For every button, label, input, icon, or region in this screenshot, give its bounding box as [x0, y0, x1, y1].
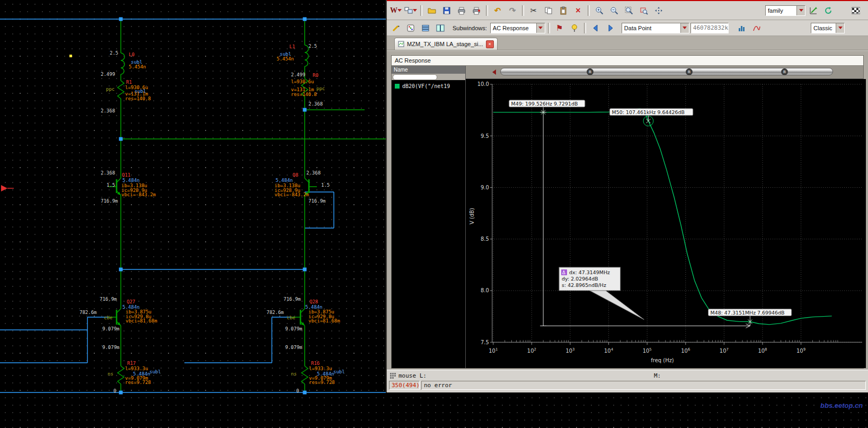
board-button[interactable] — [849, 4, 863, 18]
workspace-menu-button[interactable]: W — [389, 4, 403, 18]
schematic-annotation: Q28 — [309, 300, 318, 304]
collapse-panel-arrow[interactable] — [492, 69, 496, 75]
strip-marker[interactable]: m — [781, 68, 788, 75]
arrow-right-icon — [606, 24, 615, 32]
schematic-annotation: res=140.8 — [125, 97, 151, 101]
schematic-annotation: 9.079m — [285, 345, 303, 350]
svg-text:M50: 107.461kHz 9.64426dB: M50: 107.461kHz 9.64426dB — [612, 109, 685, 115]
cut-button[interactable]: ✂ — [527, 4, 541, 18]
undo-button[interactable]: ↶ — [491, 4, 504, 18]
family-select[interactable]: family — [765, 5, 805, 16]
paste-icon — [559, 6, 568, 15]
flag-button[interactable]: ⚑ — [553, 21, 566, 35]
svg-text:9.0: 9.0 — [481, 185, 489, 190]
schematic-annotation: 1.5 — [321, 183, 330, 188]
strip-layout-button[interactable] — [419, 21, 432, 35]
copy-button[interactable] — [542, 4, 555, 18]
schematic-annotation: 1.5 — [107, 183, 115, 188]
combo-arrow-button[interactable] — [680, 23, 689, 33]
delta-readout[interactable]: Δdx: 47.3149MHzdy: 2.02964dBs: 42.8965nd… — [559, 267, 620, 291]
tab-close-button[interactable]: × — [486, 40, 494, 48]
fit-xy-button[interactable] — [807, 4, 820, 18]
delete-button[interactable]: × — [571, 4, 585, 18]
combo-arrow-button[interactable] — [836, 23, 844, 33]
toolbar-separator — [420, 5, 422, 16]
schematic-annotation: R17 — [127, 361, 136, 366]
schematic-annotation: res=9.728 — [309, 380, 335, 385]
probe-button[interactable] — [389, 21, 403, 35]
zoom-box-button[interactable] — [637, 4, 651, 18]
delete-x-icon: × — [575, 6, 580, 14]
print-setup-button[interactable] — [470, 4, 483, 18]
marker-label[interactable]: M50: 107.461kHz 9.64426dB — [610, 109, 693, 116]
schematic-annotation: 716.9m — [100, 297, 117, 302]
redo-icon: ↷ — [509, 6, 516, 14]
marker-label[interactable]: M49: 199.526Hz 9.7291dB — [509, 100, 585, 107]
svg-text:dx: 47.3149MHz: dx: 47.3149MHz — [569, 269, 610, 275]
schematic-annotation: 2.499 — [291, 73, 305, 77]
save-button[interactable] — [440, 4, 454, 18]
delta-callout-pointer — [590, 291, 644, 320]
marker-label[interactable]: M48: 47.3151MHz 7.69946dB — [708, 309, 792, 316]
split-view-button[interactable] — [433, 21, 447, 35]
zoom-fit-button[interactable] — [622, 4, 636, 18]
zoom-out-icon — [610, 6, 618, 15]
svg-text:M48: 47.3151MHz 7.69946dB: M48: 47.3151MHz 7.69946dB — [711, 310, 785, 316]
zoom-in-button[interactable] — [592, 4, 606, 18]
printer-icon — [457, 6, 466, 15]
combo-arrow-button[interactable] — [796, 6, 805, 15]
pan-button[interactable] — [652, 4, 666, 18]
schematic-annotation: 782.6m — [267, 310, 284, 315]
open-button[interactable] — [425, 4, 439, 18]
histogram-button[interactable] — [735, 21, 749, 35]
application-root: 2.5L0subl5.454n2.499R1l=930.6usublv=131.… — [0, 0, 868, 428]
svg-text:107: 107 — [720, 347, 729, 354]
navigation-mode-select[interactable]: Data Point — [622, 23, 689, 33]
scrollbar-thumb[interactable] — [393, 74, 437, 80]
style-select[interactable]: Classic — [811, 23, 845, 33]
flag-icon: ⚑ — [556, 24, 563, 32]
strip-marker[interactable]: m — [686, 68, 693, 75]
print-button[interactable] — [455, 4, 468, 18]
next-point-button[interactable] — [604, 21, 617, 35]
strip-marker[interactable]: m — [587, 68, 594, 75]
main-toolbar: W ↶ ↷ ✂ × family — [387, 1, 868, 20]
trace-list-panel: Name dB20(VF("/net19 — [392, 66, 466, 368]
status-counter: 350(494) — [389, 381, 420, 390]
toolbar-separator — [584, 23, 586, 33]
schematic-annotation: 0 — [113, 389, 116, 394]
redraw-button[interactable] — [821, 4, 835, 18]
curve-style-button[interactable] — [750, 21, 764, 35]
status-message: no error — [421, 381, 866, 390]
datapoint-value-field[interactable]: 460782832k — [690, 23, 729, 33]
subwindow-select-value: AC Response — [493, 25, 534, 31]
svg-text:101: 101 — [489, 347, 498, 354]
subwindows-label: Subwindows: — [453, 25, 487, 31]
schematic-annotation: 2.368 — [306, 171, 321, 176]
paste-button[interactable] — [556, 4, 570, 18]
pin-button[interactable] — [568, 21, 581, 35]
subwindow-select[interactable]: AC Response — [490, 23, 545, 33]
svg-text:M49: 199.526Hz 9.7291dB: M49: 199.526Hz 9.7291dB — [511, 101, 578, 107]
m-status-label: M: — [654, 372, 661, 379]
previous-point-button[interactable] — [589, 21, 603, 35]
schematic-annotation: 2.5 — [110, 51, 118, 56]
ac-response-plot[interactable]: 10.09.59.08.58.07.5101102103104105106107… — [466, 79, 866, 368]
name-panel-scrollbar[interactable] — [392, 74, 465, 80]
plot-curve — [493, 108, 832, 324]
zoom-out-button[interactable] — [607, 4, 621, 18]
tab-title: MZM_TX_IBM LA_stage_si... — [407, 41, 483, 47]
document-tab[interactable]: MZM_TX_IBM LA_stage_si... × — [394, 38, 498, 50]
schematic-annotation: 5.454n — [129, 65, 146, 69]
trace-legend-item[interactable]: dB20(VF("/net19 — [392, 83, 465, 89]
family-select-value: family — [768, 7, 794, 14]
redo-button[interactable]: ↷ — [506, 4, 519, 18]
svg-text:V (dB): V (dB) — [469, 208, 475, 224]
calibration-button[interactable] — [404, 21, 418, 35]
caret-down-icon — [683, 27, 687, 29]
combo-arrow-button[interactable] — [536, 23, 545, 33]
schematic-annotation: vbci=81.68m — [126, 319, 157, 324]
schematic-annotation: ns — [108, 372, 113, 377]
arrow-left-icon — [591, 24, 600, 32]
new-window-button[interactable] — [404, 4, 418, 18]
